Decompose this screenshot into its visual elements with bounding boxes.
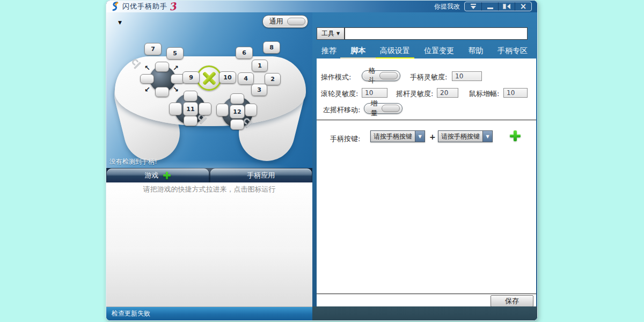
- minimize-button[interactable]: [481, 2, 498, 11]
- dpad-arrow-nw-icon: ↖: [144, 64, 150, 72]
- toggle-knob: [382, 105, 400, 112]
- close-button[interactable]: ×: [515, 2, 531, 11]
- dpad-arrow-ne-icon: ↗: [173, 64, 179, 72]
- skin-button[interactable]: [465, 2, 481, 11]
- tools-dropdown-button[interactable]: 工具 ▼: [317, 27, 345, 40]
- keybind-dropdown-2[interactable]: 请按手柄按键 ▼: [438, 130, 493, 142]
- keybind-dropdown-1[interactable]: 请按手柄按键 ▼: [370, 130, 425, 142]
- operation-mode-label: 操作模式:: [321, 72, 351, 82]
- key-badge-8[interactable]: 8: [263, 41, 280, 54]
- add-game-icon[interactable]: [163, 172, 171, 179]
- left-stick-move-toggle[interactable]: 增量: [364, 103, 402, 114]
- operation-mode-toggle[interactable]: 格斗: [362, 70, 400, 81]
- wheel-sensitivity-label: 滚轮灵敏度:: [321, 89, 358, 99]
- toggle-knob: [379, 72, 398, 79]
- dpad-arrow-sw-icon: ↙: [144, 85, 150, 93]
- gamepad-keybind-label: 手柄按键:: [330, 134, 360, 144]
- key-badge-4[interactable]: 4: [238, 72, 254, 85]
- boss-key-icon: [503, 4, 510, 9]
- app-window: 闪优手柄助手 3 你提我改 × ▼ 通用: [106, 0, 538, 321]
- status-text: 检查更新失败: [112, 309, 150, 318]
- wrench-icon: [244, 119, 253, 128]
- mouse-gain-label: 鼠标增幅:: [469, 89, 499, 99]
- key-badge-blank[interactable]: [184, 91, 197, 101]
- update-statusbar: 检查更新失败: [106, 307, 312, 320]
- wrench-icon: [132, 60, 142, 69]
- stick-sensitivity-label: 摇杆灵敏度:: [396, 89, 433, 99]
- wheel-sensitivity-input[interactable]: 10: [362, 88, 387, 98]
- wrench-icon: [198, 115, 208, 125]
- keybind-join-plus: +: [429, 133, 436, 141]
- key-badge-blank[interactable]: [155, 62, 169, 72]
- tab-recommend[interactable]: 推荐: [321, 46, 336, 58]
- key-badge-blank[interactable]: [184, 115, 197, 126]
- left-stick-move-label: 左摇杆移动:: [323, 105, 360, 115]
- mouse-gain-input[interactable]: 10: [503, 88, 528, 98]
- close-icon: ×: [520, 3, 527, 11]
- titlebar: 闪优手柄助手 3 你提我改 ×: [106, 1, 537, 12]
- section-divider: [317, 294, 536, 294]
- guide-button: [196, 65, 222, 91]
- chevron-down-icon: ▼: [415, 131, 425, 142]
- chevron-down-icon: ▼: [482, 131, 492, 142]
- save-button[interactable]: 保存: [491, 295, 533, 307]
- app-logo: [111, 2, 120, 11]
- key-badge-blank[interactable]: [140, 74, 154, 84]
- key-badge-blank[interactable]: [230, 119, 244, 130]
- feedback-link[interactable]: 你提我改: [434, 2, 460, 11]
- key-badge-blank[interactable]: [199, 103, 211, 115]
- add-keybind-button[interactable]: [510, 130, 521, 141]
- skin-icon: [470, 4, 477, 10]
- game-list-dropzone[interactable]: 请把游戏的快捷方式拉进来，点击图标运行: [106, 182, 312, 307]
- left-panel: ▼ 通用: [106, 12, 312, 320]
- right-footer: [312, 306, 537, 320]
- chevron-down-icon: ▼: [336, 31, 340, 36]
- key-badge-3[interactable]: 3: [251, 84, 267, 96]
- stick-sensitivity-input[interactable]: 20: [437, 88, 458, 98]
- tab-position-change[interactable]: 位置变更: [424, 46, 454, 58]
- tab-gamepad-zone[interactable]: 手柄专区: [497, 46, 528, 58]
- key-badge-12[interactable]: 12: [230, 105, 245, 119]
- minimize-icon: [487, 8, 493, 9]
- search-input[interactable]: [345, 27, 528, 40]
- key-badge-blank[interactable]: [230, 93, 244, 104]
- key-badge-blank[interactable]: [216, 104, 229, 116]
- no-gamepad-message: 没有检测到手柄!: [109, 157, 157, 166]
- settings-content: 操作模式: 格斗 手柄灵敏度: 10 滚轮灵敏度: 10 摇杆灵敏度: 20 鼠…: [317, 58, 536, 308]
- key-badge-2[interactable]: 2: [265, 73, 281, 85]
- gamepad-sensitivity-label: 手柄灵敏度:: [410, 72, 447, 82]
- drop-hint: 请把游戏的快捷方式拉进来，点击图标运行: [106, 185, 312, 194]
- key-badge-7[interactable]: 7: [144, 43, 162, 55]
- key-badge-blank[interactable]: [155, 87, 169, 97]
- key-badge-9[interactable]: 9: [182, 71, 200, 84]
- toolbar: 工具 ▼: [317, 27, 528, 40]
- tab-help[interactable]: 帮助: [469, 46, 484, 58]
- tab-script[interactable]: 脚本: [350, 46, 365, 58]
- app-version: 3: [169, 2, 177, 11]
- right-panel: 工具 ▼ 推荐 脚本 高级设置 位置变更 帮助 手柄专区 操作模式: 格斗: [312, 12, 537, 320]
- app-title: 闪优手柄助手: [122, 2, 167, 11]
- key-badge-blank[interactable]: [245, 104, 257, 116]
- key-badge-6[interactable]: 6: [236, 47, 253, 59]
- key-badge-1[interactable]: 1: [252, 60, 268, 72]
- window-controls: ×: [464, 2, 532, 11]
- key-badge-10[interactable]: 10: [219, 71, 236, 84]
- controller-zone: ▼ 通用: [106, 12, 312, 168]
- controller-diagram: ↖ ↗ ↙ ↘: [106, 23, 312, 168]
- gamepad-sensitivity-input[interactable]: 10: [452, 71, 482, 81]
- section-divider: [317, 120, 536, 120]
- boss-key-button[interactable]: [498, 2, 515, 11]
- dpad-arrow-se-icon: ↘: [173, 85, 179, 93]
- key-badge-11[interactable]: 11: [183, 102, 198, 116]
- right-tabstrip: 推荐 脚本 高级设置 位置变更 帮助 手柄专区: [312, 46, 537, 58]
- key-badge-5[interactable]: 5: [166, 47, 184, 60]
- key-badge-blank[interactable]: [169, 103, 182, 115]
- tab-advanced-settings[interactable]: 高级设置: [380, 46, 410, 58]
